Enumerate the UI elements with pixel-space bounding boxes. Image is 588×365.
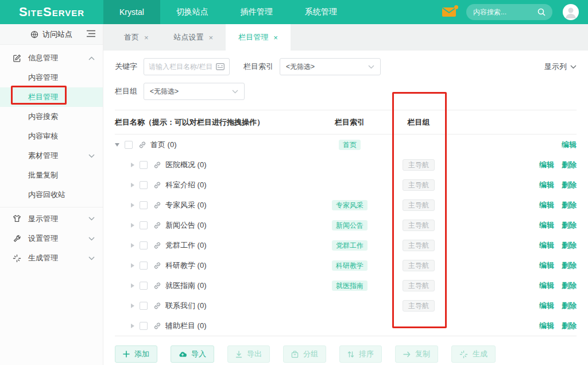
expand-caret-icon[interactable] [131,223,134,228]
sidebar-item[interactable]: 设置管理 [0,229,103,248]
edit-link[interactable]: 编辑 [539,301,554,310]
sidebar-item[interactable]: 内容管理 [0,68,103,87]
header-channel-index: 栏目索引 [315,117,384,128]
sidebar-item[interactable]: 内容审核 [0,126,103,146]
sidebar-item-label: 内容回收站 [28,190,65,200]
channel-name[interactable]: 首页 (0) [150,140,177,150]
sidebar-item[interactable]: 内容回收站 [0,185,103,205]
tab-item[interactable]: 首页× [111,24,161,51]
wrench-icon [13,234,22,243]
mail-icon[interactable] [442,7,456,17]
content-search-input[interactable]: 内容搜索... [466,4,552,20]
sidebar-item[interactable]: 内容搜索 [0,107,103,126]
expand-caret-icon[interactable] [131,243,134,248]
channel-name[interactable]: 新闻公告 (0) [165,220,207,230]
expand-caret-icon[interactable] [131,263,134,268]
edit-link[interactable]: 编辑 [539,201,554,209]
row-checkbox[interactable] [140,302,148,310]
delete-link[interactable]: 删除 [562,221,577,229]
分组-button[interactable]: 分组 [283,345,326,363]
edit-link[interactable]: 编辑 [539,261,554,270]
topbar-nav: Krystal切换站点插件管理系统管理 [103,0,353,24]
close-icon[interactable]: × [209,33,214,42]
delete-link[interactable]: 删除 [562,201,577,209]
close-icon[interactable]: × [273,33,278,42]
row-checkbox[interactable] [140,262,148,270]
row-checkbox[interactable] [125,141,133,149]
row-checkbox[interactable] [140,181,148,189]
display-columns-toggle[interactable]: 显示列 [544,62,577,72]
sidebar-item-label: 内容审核 [28,131,58,141]
topbar-nav-item[interactable]: 切换站点 [160,0,225,24]
row-checkbox[interactable] [140,241,148,249]
expand-caret-icon[interactable] [131,183,134,187]
edit-link[interactable]: 编辑 [539,160,554,169]
channel-name[interactable]: 就医指南 (0) [165,281,207,291]
collapse-menu-icon[interactable] [87,30,95,37]
expand-caret-icon[interactable] [131,324,134,328]
expand-caret-icon[interactable] [131,303,134,308]
sidebar-item[interactable]: 信息管理 [0,48,103,68]
table-row: 首页 (0) 首页 编辑 [115,135,577,155]
arrow-right-icon [403,351,411,358]
edit-link[interactable]: 编辑 [562,140,577,149]
生成-button[interactable]: 生成 [451,345,496,363]
edit-link[interactable]: 编辑 [539,221,554,229]
row-checkbox[interactable] [140,322,148,330]
row-checkbox[interactable] [140,221,148,229]
channel-name[interactable]: 医院概况 (0) [165,160,207,170]
channel-name[interactable]: 专家风采 (0) [165,200,207,210]
row-checkbox[interactable] [140,161,148,169]
sidebar-item[interactable]: 素材管理 [0,146,103,166]
delete-link[interactable]: 删除 [562,321,577,330]
close-icon[interactable]: × [144,33,149,42]
expand-caret-icon[interactable] [131,283,134,288]
导出-button[interactable]: 导出 [227,345,270,363]
edit-link[interactable]: 编辑 [539,321,554,330]
expand-caret-icon[interactable] [131,163,134,167]
edit-link[interactable]: 编辑 [539,241,554,249]
siteserver-logo[interactable]: SITESERVER [0,5,103,20]
header-channel-name: 栏目名称（提示：可以对栏目进行拖拽操作） [115,117,315,128]
search-icon[interactable] [537,8,546,16]
index-filter-select[interactable]: <无筛选> [280,58,381,75]
edit-link[interactable]: 编辑 [539,281,554,290]
group-filter-value: <无筛选> [150,87,179,97]
keyword-input[interactable]: 请输入栏目名称/栏目Id [144,58,230,75]
导入-button[interactable]: 导入 [171,345,214,363]
delete-link[interactable]: 删除 [562,160,577,169]
sidebar-item[interactable]: 生成管理 [0,248,103,268]
chevron-down-icon [88,256,95,260]
edit-link[interactable]: 编辑 [539,180,554,189]
expand-caret-icon[interactable] [115,143,119,147]
sidebar-item[interactable]: 批量复制 [0,166,103,185]
delete-link[interactable]: 删除 [562,301,577,310]
channel-name[interactable]: 联系我们 (0) [165,301,207,311]
expand-caret-icon[interactable] [131,203,134,208]
sidebar-item[interactable]: 显示管理 [0,207,103,229]
delete-link[interactable]: 删除 [562,261,577,270]
main-panel: 首页×站点设置×栏目管理× 关键字 请输入栏目名称/栏目Id 栏目索引 <无筛选… [103,24,588,365]
group-filter-select[interactable]: <无筛选> [144,83,245,100]
排序-button[interactable]: 排序 [339,345,382,363]
channel-name[interactable]: 科室介绍 (0) [165,180,207,190]
user-avatar[interactable] [563,4,579,20]
topbar-nav-item[interactable]: 系统管理 [289,0,353,24]
delete-link[interactable]: 删除 [562,281,577,290]
channel-name[interactable]: 科研教学 (0) [165,260,207,271]
id-card-icon[interactable] [216,63,225,70]
visit-site-button[interactable]: 访问站点 [0,24,103,45]
channel-name[interactable]: 辅助栏目 (0) [165,321,207,331]
row-checkbox[interactable] [140,201,148,209]
sidebar-item[interactable]: 栏目管理 [0,87,103,107]
添加-button[interactable]: 添加 [115,345,157,363]
channel-name[interactable]: 党群工作 (0) [165,240,207,251]
delete-link[interactable]: 删除 [562,180,577,189]
topbar-nav-item[interactable]: Krystal [103,0,160,24]
topbar-nav-item[interactable]: 插件管理 [225,0,289,24]
delete-link[interactable]: 删除 [562,241,577,249]
row-checkbox[interactable] [140,282,148,290]
tab-active[interactable]: 栏目管理× [226,24,291,51]
复制-button[interactable]: 复制 [395,345,438,363]
tab-item[interactable]: 站点设置× [161,24,226,51]
